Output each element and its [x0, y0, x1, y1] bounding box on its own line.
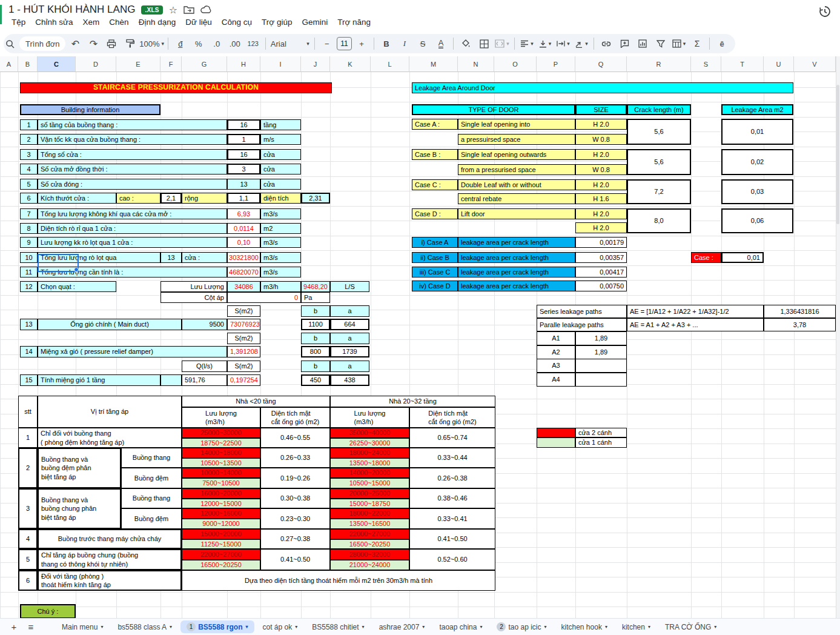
leakage-title[interactable]: Leakage Area Around Door — [412, 82, 793, 93]
ptable-r4-flow1-red[interactable]: 15000~20000 — [182, 529, 260, 539]
menu-4[interactable]: Định dạng — [134, 16, 180, 28]
cloud-status-icon[interactable] — [200, 5, 212, 14]
column-header-C[interactable]: C — [38, 56, 76, 72]
leakage-pc1-label[interactable]: i) Case A — [412, 237, 458, 248]
column-header-I[interactable]: I — [260, 56, 301, 72]
leakage-caseD-size1[interactable]: H 2.0 — [575, 208, 627, 219]
calc-r10-label[interactable]: Tổng lưu lượng rò lọt qua — [38, 252, 160, 263]
ptable-r4-label[interactable]: Buồng trước thang máy chửa cháy — [38, 529, 182, 549]
calc-r6-cao-label[interactable]: cao : — [116, 193, 160, 204]
leakage-caseC-desc1[interactable]: Double Leaf with or without — [458, 179, 575, 190]
ptable-r2s1-flow2-red[interactable]: 18000~24000 — [330, 448, 409, 458]
calc-r12-head-unit[interactable]: Pa — [301, 292, 330, 303]
column-header-P[interactable]: P — [537, 56, 575, 72]
calc-r12-head-label[interactable]: Cột áp — [160, 292, 227, 303]
number-format-button[interactable]: 123 — [245, 36, 262, 51]
calc-r9-label[interactable]: Lưu lượng kk rò lọt qua 1 cửa : — [38, 237, 227, 248]
ptable-r3-sub2[interactable]: Buồng đệm — [121, 508, 182, 529]
calc-r1-no[interactable]: 1 — [20, 119, 38, 130]
ptable-r5-stt[interactable]: 5 — [18, 549, 38, 570]
note-label[interactable]: Chú ý : — [20, 604, 76, 618]
ptable-r2-sub2[interactable]: Buồng đệm — [121, 468, 182, 488]
calc-r9-no[interactable]: 9 — [20, 237, 38, 248]
ptable-r2s1-area2[interactable]: 0.33~0.44 — [409, 448, 495, 468]
version-history-icon[interactable] — [818, 5, 832, 18]
ptable-r3s2-area1[interactable]: 0.23~0.30 — [260, 508, 330, 529]
column-header-K[interactable]: K — [330, 56, 371, 72]
ptable-r3-label[interactable]: Buồng thang và buồng chung phân biệt tăn… — [38, 488, 121, 529]
insert-link-icon[interactable] — [598, 36, 615, 51]
calc-r12-no[interactable]: 12 — [20, 281, 38, 292]
decrease-decimals-button[interactable]: .0 — [208, 36, 225, 51]
calc-r10-unit[interactable]: m3/s — [260, 252, 301, 263]
calc-r10-cua-label[interactable]: cửa : — [182, 252, 227, 263]
sheet-tab-1[interactable]: bs5588 class A▾ — [111, 621, 178, 633]
column-header-F[interactable]: F — [160, 56, 182, 72]
ptable-r2s2-flow1-green[interactable]: 7500~10500 — [182, 478, 260, 488]
ptable-r1-label[interactable]: Chỉ đối với buồng thang ( phòng đệm khôn… — [38, 428, 182, 448]
column-header-R[interactable]: R — [627, 56, 691, 72]
ptable-r3s1-flow2-red[interactable]: 20000~25000 — [330, 488, 409, 499]
calc-r7-value[interactable]: 6,93 — [227, 208, 260, 219]
calc-r15-a[interactable]: 438 — [330, 374, 369, 386]
column-header-A[interactable]: A — [0, 56, 18, 72]
column-header-S[interactable]: S — [691, 56, 721, 72]
menu-5[interactable]: Dữ liệu — [181, 16, 216, 28]
ptable-r1-flow2-green[interactable]: 26250~30000 — [330, 438, 409, 448]
calc-r9-unit[interactable]: m3/s — [260, 237, 301, 248]
leakage-caseA-desc2[interactable]: a pressuirsed space — [458, 134, 575, 145]
ptable-r2s2-flow2-green[interactable]: 10500~15000 — [330, 478, 409, 488]
ptable-r2-stt[interactable]: 2 — [18, 448, 38, 488]
leakage-caseB-crack[interactable]: 5,6 — [627, 149, 691, 175]
ptable-r5-area1[interactable]: 0.41~0.50 — [260, 549, 330, 570]
all-sheets-button[interactable]: ≡ — [23, 620, 39, 634]
ptable-header-vitri[interactable]: Vị trí tăng áp — [38, 396, 182, 428]
ptable-header-area1[interactable]: Diện tích mặt cắt ống gió (m2) — [260, 407, 330, 428]
italic-button[interactable]: I — [396, 36, 413, 51]
calc-r13-value2[interactable]: 73076923 — [227, 319, 260, 330]
calc-a-header-1[interactable]: a — [330, 305, 369, 317]
leakage-caseB-name[interactable]: Case B : — [412, 149, 458, 160]
calc-r6-rong-label[interactable]: rộng — [182, 193, 227, 204]
menu-7[interactable]: Trợ giúp — [257, 16, 296, 28]
ptable-r2s1-flow1-green[interactable]: 10500~13500 — [182, 458, 260, 468]
ptable-r4-flow1-green[interactable]: 11250~15000 — [182, 539, 260, 549]
calc-r14-no[interactable]: 14 — [20, 346, 38, 357]
tab-menu-caret[interactable]: ▾ — [714, 624, 716, 630]
menu-2[interactable]: Xem — [79, 16, 104, 28]
series-paths-value[interactable]: 1,336431816 — [764, 305, 836, 318]
leakage-caseD-area[interactable]: 0,06 — [721, 208, 793, 233]
leakage-caseA-size1[interactable]: H 2.0 — [575, 119, 627, 130]
leakage-caseA-size2[interactable]: W 0.8 — [575, 134, 627, 145]
calc-r3-unit[interactable]: cửa — [260, 149, 301, 160]
calc-r8-unit[interactable]: m2 — [260, 223, 301, 234]
calc-r2-value[interactable]: 1 — [227, 134, 260, 145]
legend-green-swatch[interactable] — [537, 437, 575, 448]
ptable-r4-area1[interactable]: 0.27~0.38 — [260, 529, 330, 549]
calc-r3-label[interactable]: Tổng số cửa : — [38, 149, 227, 160]
calc-r15-spacer[interactable] — [160, 374, 182, 386]
leakage-pc4-value[interactable]: 0,00750 — [575, 281, 627, 291]
column-header-D[interactable]: D — [76, 56, 116, 72]
ptable-r1-flow1-green[interactable]: 18750~22500 — [182, 438, 260, 448]
tab-menu-caret[interactable]: ▾ — [362, 624, 365, 630]
ptable-r3-sub1[interactable]: Buồng thang — [121, 488, 182, 508]
format-currency-button[interactable]: đ — [172, 36, 189, 51]
tab-menu-caret[interactable]: ▾ — [605, 624, 607, 630]
font-select[interactable]: Arial▾ — [270, 36, 311, 51]
column-header-V[interactable]: V — [794, 56, 836, 72]
ptable-header-group2[interactable]: Nhà 20~32 tầng — [330, 396, 495, 407]
calc-r13-a[interactable]: 664 — [330, 319, 369, 330]
ptable-r4-area2[interactable]: 0.41~0.50 — [409, 529, 495, 549]
leakage-pc2-desc[interactable]: leakage area per crack length — [458, 252, 575, 263]
leakage-caseB-desc1[interactable]: Single leaf opening outwards — [458, 149, 575, 160]
calc-r15-label[interactable]: Tính miệng gió 1 tầng — [38, 374, 160, 386]
leakage-caseA-area[interactable]: 0,01 — [721, 119, 793, 145]
calc-r6-dientich[interactable]: 2,31 — [301, 193, 330, 204]
column-header-L[interactable]: L — [371, 56, 409, 72]
series-a2-value[interactable]: 1,89 — [575, 345, 627, 359]
ptable-r5-area2[interactable]: 0.52~0.60 — [409, 549, 495, 570]
text-color-button[interactable]: A — [432, 36, 449, 51]
calc-r11-no[interactable]: 11 — [20, 267, 38, 278]
calc-qls-header[interactable]: Q(l/s) — [182, 361, 227, 372]
